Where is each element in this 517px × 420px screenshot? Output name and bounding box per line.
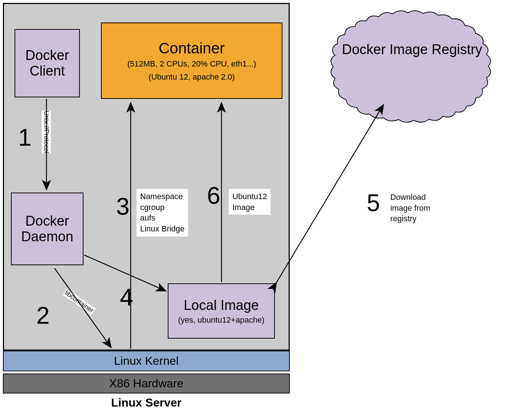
registry-label: Docker Image Registry [334, 42, 490, 57]
linux-kernel-box: Linux Kernel [3, 351, 290, 371]
docker-daemon-line1: Docker [25, 213, 69, 229]
unix-protocol-label: Unix://Protocol [42, 111, 51, 153]
container-stack: (Ubuntu 12, apache 2.0) [148, 72, 235, 82]
server-caption: Linux Server [3, 396, 290, 409]
docker-client-box: Docker Client [15, 29, 80, 97]
docker-client-line1: Docker [25, 48, 69, 63]
step-6: 6 [207, 182, 220, 209]
local-image-box: Local Image (yes, ubuntu12+apache) [168, 283, 275, 339]
container-box: Container (512MB, 2 CPUs, 20% CPU, eth1.… [101, 23, 282, 99]
registry-cloud-shape [331, 11, 491, 122]
kernel-features-note: Namespace cgroup aufs Linux Bridge [137, 189, 188, 237]
step-3: 3 [116, 193, 130, 220]
step-2: 2 [36, 302, 50, 329]
ubuntu-image-note: Ubuntu12 Image [229, 189, 270, 215]
docker-architecture-diagram: Linux Kernel X86 Hardware Linux Server D… [0, 0, 517, 420]
container-specs: (512MB, 2 CPUs, 20% CPU, eth1...) [127, 59, 256, 69]
local-image-title: Local Image [184, 298, 259, 313]
container-title: Container [159, 40, 225, 57]
docker-daemon-box: Docker Daemon [11, 193, 84, 265]
step-1: 1 [18, 124, 32, 151]
step-5: 5 [367, 189, 380, 217]
hardware-label: X86 Hardware [109, 377, 184, 390]
step-4: 4 [120, 283, 133, 311]
local-image-detail: (yes, ubuntu12+apache) [178, 315, 265, 325]
linux-kernel-label: Linux Kernel [114, 354, 179, 368]
download-note: Download image from registry [390, 192, 430, 224]
docker-daemon-line2: Daemon [21, 229, 73, 245]
docker-client-line2: Client [29, 63, 65, 79]
hardware-box: X86 Hardware [3, 373, 290, 393]
